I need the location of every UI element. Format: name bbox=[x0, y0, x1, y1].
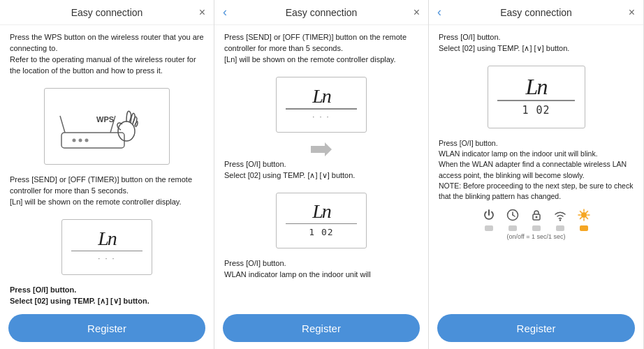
panel-1-footer: Register bbox=[0, 314, 214, 349]
lock-icon bbox=[529, 207, 544, 223]
svg-marker-8 bbox=[311, 142, 332, 156]
panel-1-close-icon[interactable]: × bbox=[199, 6, 205, 19]
svg-line-20 bbox=[580, 211, 581, 213]
panel-2-title: Easy connection bbox=[286, 7, 358, 18]
panel-2-content: Press [SEND] or [OFF (TIMER)] button on … bbox=[214, 25, 428, 314]
panel-3-register-button[interactable]: Register bbox=[437, 314, 635, 342]
sun-indicator bbox=[580, 225, 588, 231]
clock-icon-item bbox=[505, 207, 520, 231]
panel-3-text-1: Press [O/I] button.Select [02] using TEM… bbox=[439, 32, 634, 54]
arrow-icon bbox=[311, 142, 332, 156]
panel-1-ln-display: Ln · · · bbox=[61, 219, 152, 275]
panels-container: Easy connection × Press the WPS button o… bbox=[0, 0, 644, 349]
panel-3: ‹ Easy connection × Press [O/I] button.S… bbox=[429, 0, 643, 349]
panel-2-text-1: Press [SEND] or [OFF (TIMER)] button on … bbox=[224, 32, 418, 66]
panel-2-ln-display-2: Ln 1 02 bbox=[276, 193, 367, 248]
panel-3-ln-display: Ln 1 02 bbox=[488, 66, 585, 128]
panel-3-title: Easy connection bbox=[500, 7, 572, 18]
wifi-indicator bbox=[556, 225, 564, 231]
svg-text:WPS: WPS bbox=[96, 115, 114, 124]
svg-rect-0 bbox=[61, 133, 124, 148]
panel-2-ln-display-1: Ln · · · bbox=[276, 77, 367, 133]
power-indicator bbox=[485, 225, 493, 231]
svg-point-13 bbox=[535, 216, 537, 218]
svg-point-7 bbox=[118, 121, 135, 141]
panel-3-content: Press [O/I] button.Select [02] using TEM… bbox=[429, 25, 643, 314]
svg-point-3 bbox=[73, 139, 76, 142]
panel-1-text-2: Press [SEND] or [OFF (TIMER)] button on … bbox=[10, 174, 204, 208]
panel-3-header: ‹ Easy connection × bbox=[429, 0, 643, 25]
panel-2-back-icon[interactable]: ‹ bbox=[223, 5, 227, 20]
wifi-icon-item bbox=[552, 207, 568, 231]
clock-icon bbox=[505, 207, 520, 223]
power-icon bbox=[481, 207, 497, 223]
panel-3-back-icon[interactable]: ‹ bbox=[437, 5, 441, 20]
wifi-icon bbox=[552, 207, 568, 223]
wps-image: WPS bbox=[44, 88, 170, 165]
panel-1: Easy connection × Press the WPS button o… bbox=[0, 0, 214, 349]
panel-3-icons-row bbox=[439, 207, 634, 231]
panel-2-footer: Register bbox=[214, 314, 428, 349]
panel-1-text-3: Press [O/I] button.Select [02] using TEM… bbox=[10, 285, 204, 307]
panel-1-register-button[interactable]: Register bbox=[8, 314, 205, 342]
panel-2-close-icon[interactable]: × bbox=[414, 6, 420, 19]
panel-3-text-2: Press [O/I] button.WLAN indicator lamp o… bbox=[439, 138, 634, 202]
sun-icon bbox=[576, 207, 592, 223]
panel-1-title: Easy connection bbox=[71, 7, 143, 18]
svg-point-5 bbox=[85, 139, 89, 142]
panel-1-content: Press the WPS button on the wireless rou… bbox=[0, 25, 214, 314]
sun-icon-item bbox=[576, 207, 592, 231]
panel-3-onoff-label: (on/off = 1 sec/1 sec) bbox=[439, 232, 634, 242]
panel-2-arrow bbox=[224, 142, 418, 156]
panel-2-register-button[interactable]: Register bbox=[223, 314, 420, 342]
panel-2: ‹ Easy connection × Press [SEND] or [OFF… bbox=[214, 0, 429, 349]
panel-3-close-icon[interactable]: × bbox=[629, 6, 635, 19]
svg-line-22 bbox=[586, 211, 587, 213]
clock-indicator bbox=[508, 225, 517, 231]
wps-router-svg: WPS bbox=[47, 89, 166, 163]
power-icon-item bbox=[481, 207, 497, 231]
lock-icon-item bbox=[529, 207, 544, 231]
panel-2-text-2: Press [O/I] button.Select [02] using TEM… bbox=[224, 159, 418, 181]
svg-line-21 bbox=[586, 218, 587, 219]
svg-line-11 bbox=[513, 215, 515, 216]
panel-1-header: Easy connection × bbox=[0, 0, 214, 25]
svg-line-1 bbox=[60, 116, 65, 133]
panel-3-footer: Register bbox=[429, 314, 643, 349]
panel-2-text-3: Press [O/I] button.WLAN indicator lamp o… bbox=[224, 258, 418, 281]
svg-line-23 bbox=[580, 218, 581, 219]
panel-2-header: ‹ Easy connection × bbox=[214, 0, 428, 25]
svg-point-15 bbox=[581, 212, 587, 218]
panel-1-text-1: Press the WPS button on the wireless rou… bbox=[10, 32, 204, 77]
lock-indicator bbox=[532, 225, 541, 231]
svg-point-14 bbox=[559, 219, 560, 221]
svg-point-4 bbox=[79, 139, 82, 142]
